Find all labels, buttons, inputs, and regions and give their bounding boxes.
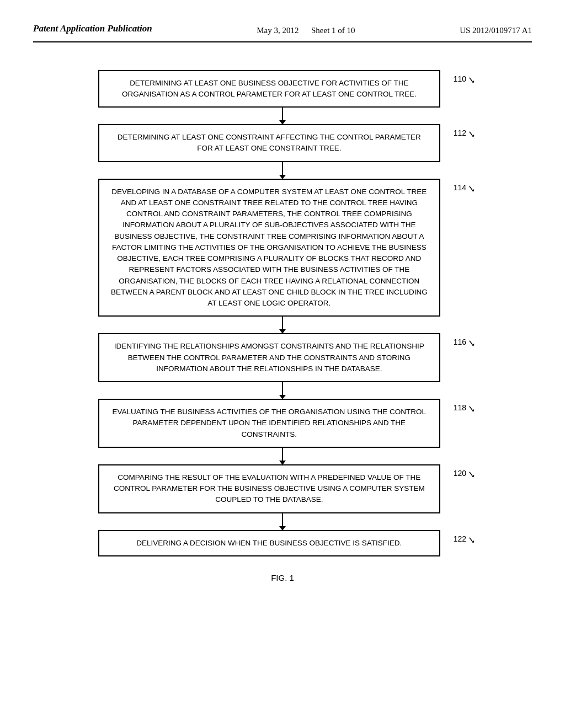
box-wrapper-114: DEVELOPING IN A DATABASE OF A COMPUTER S…	[89, 179, 449, 317]
arrow-116-118	[282, 382, 283, 399]
arrow-120-122	[282, 513, 283, 530]
flow-step-120: COMPARING THE RESULT OF THE EVALUATION W…	[89, 464, 476, 513]
publication-date: May 3, 2012	[257, 26, 299, 35]
arrow-112-114	[282, 162, 283, 179]
sheet-info: Sheet 1 of 10	[311, 26, 355, 35]
flow-step-122: DELIVERING A DECISION WHEN THE BUSINESS …	[89, 530, 476, 556]
arrow-114-116	[282, 317, 283, 333]
patent-number: US 2012/0109717 A1	[460, 22, 532, 37]
flowchart: DETERMINING AT LEAST ONE BUSINESS OBJECT…	[33, 70, 532, 556]
flow-step-110: DETERMINING AT LEAST ONE BUSINESS OBJECT…	[89, 70, 476, 108]
step-label-118: 118 ✓	[454, 399, 476, 415]
box-wrapper-110: DETERMINING AT LEAST ONE BUSINESS OBJECT…	[89, 70, 449, 108]
checkmark-icon-122: ✓	[467, 534, 476, 547]
checkmark-icon-114: ✓	[467, 183, 476, 195]
step-number-122: 122	[454, 534, 466, 543]
arrow-110-112	[282, 108, 283, 124]
checkmark-icon-120: ✓	[467, 469, 476, 481]
step-label-120: 120 ✓	[454, 464, 476, 481]
header-date-sheet: May 3, 2012 Sheet 1 of 10	[257, 22, 355, 37]
checkmark-icon-118: ✓	[467, 403, 476, 415]
step-label-110: 110 ✓	[454, 70, 476, 87]
flow-box-122: DELIVERING A DECISION WHEN THE BUSINESS …	[98, 530, 440, 556]
checkmark-icon-116: ✓	[467, 338, 476, 350]
box-wrapper-116: IDENTIFYING THE RELATIONSHIPS AMONGST CO…	[89, 333, 449, 382]
box-wrapper-120: COMPARING THE RESULT OF THE EVALUATION W…	[89, 464, 449, 513]
flow-box-118: EVALUATING THE BUSINESS ACTIVITIES OF TH…	[98, 399, 440, 448]
flow-box-114: DEVELOPING IN A DATABASE OF A COMPUTER S…	[98, 179, 440, 317]
box-wrapper-118: EVALUATING THE BUSINESS ACTIVITIES OF TH…	[89, 399, 449, 448]
page: Patent Application Publication May 3, 20…	[0, 0, 565, 728]
publication-title: Patent Application Publication	[33, 22, 152, 35]
step-label-122: 122 ✓	[454, 530, 476, 547]
step-number-112: 112	[454, 129, 466, 137]
flow-step-112: DETERMINING AT LEAST ONE CONSTRAINT AFFE…	[89, 124, 476, 162]
flow-box-120: COMPARING THE RESULT OF THE EVALUATION W…	[98, 464, 440, 513]
flow-box-110: DETERMINING AT LEAST ONE BUSINESS OBJECT…	[98, 70, 440, 108]
step-number-116: 116	[454, 338, 466, 346]
figure-caption: FIG. 1	[33, 573, 532, 582]
box-wrapper-112: DETERMINING AT LEAST ONE CONSTRAINT AFFE…	[89, 124, 449, 162]
step-number-110: 110	[454, 74, 466, 83]
checkmark-icon-112: ✓	[467, 129, 476, 141]
step-label-116: 116 ✓	[454, 333, 476, 350]
step-number-114: 114	[454, 183, 466, 192]
step-label-114: 114 ✓	[454, 179, 476, 195]
flow-step-116: IDENTIFYING THE RELATIONSHIPS AMONGST CO…	[89, 333, 476, 382]
step-number-118: 118	[454, 403, 466, 412]
header: Patent Application Publication May 3, 20…	[33, 22, 532, 42]
arrow-118-120	[282, 448, 283, 464]
flow-box-116: IDENTIFYING THE RELATIONSHIPS AMONGST CO…	[98, 333, 440, 382]
checkmark-icon-110: ✓	[467, 74, 476, 87]
flow-step-118: EVALUATING THE BUSINESS ACTIVITIES OF TH…	[89, 399, 476, 448]
box-wrapper-122: DELIVERING A DECISION WHEN THE BUSINESS …	[89, 530, 449, 556]
flow-box-112: DETERMINING AT LEAST ONE CONSTRAINT AFFE…	[98, 124, 440, 162]
step-label-112: 112 ✓	[454, 124, 476, 141]
flow-step-114: DEVELOPING IN A DATABASE OF A COMPUTER S…	[89, 179, 476, 317]
step-number-120: 120	[454, 469, 466, 478]
